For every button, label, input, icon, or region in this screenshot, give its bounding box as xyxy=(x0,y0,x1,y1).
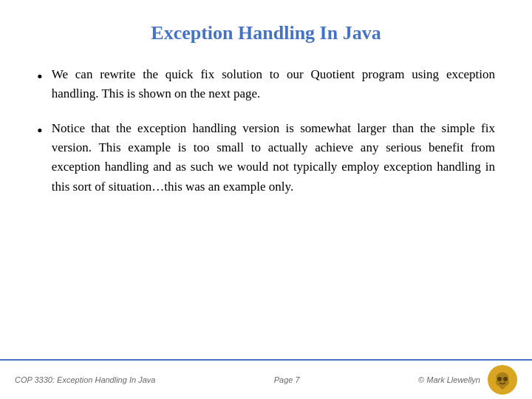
main-content: Exception Handling In Java • We can rewr… xyxy=(0,0,532,359)
slide-container: Exception Handling In Java • We can rewr… xyxy=(0,0,532,399)
bullet-icon: • xyxy=(37,120,43,143)
slide-footer: COP 3330: Exception Handling In Java Pag… xyxy=(0,359,532,399)
svg-point-1 xyxy=(497,377,502,381)
bullet-icon: • xyxy=(37,66,43,89)
bullet-text-2: Notice that the exception handling versi… xyxy=(52,119,495,197)
footer-page-number: Page 7 xyxy=(274,375,300,384)
footer-logo xyxy=(488,365,517,395)
slide-title: Exception Handling In Java xyxy=(37,22,495,44)
bullet-list: • We can rewrite the quick fix solution … xyxy=(37,65,495,197)
bullet-text-1: We can rewrite the quick fix solution to… xyxy=(52,65,495,104)
footer-copyright: © Mark Llewellyn xyxy=(418,375,480,384)
list-item: • Notice that the exception handling ver… xyxy=(37,119,495,197)
footer-right-group: © Mark Llewellyn xyxy=(418,365,517,395)
footer-course-label: COP 3330: Exception Handling In Java xyxy=(15,375,155,384)
list-item: • We can rewrite the quick fix solution … xyxy=(37,65,495,104)
svg-point-2 xyxy=(503,377,508,381)
